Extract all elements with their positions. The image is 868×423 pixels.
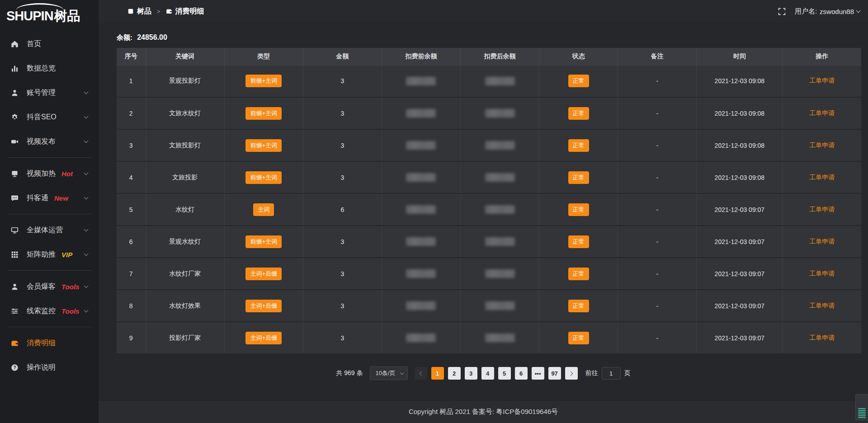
logo[interactable]: SHUPIN树品 <box>0 0 99 28</box>
sidebar-item-home[interactable]: 首页 <box>0 32 99 56</box>
cell-index: 1 <box>117 65 146 97</box>
sidebar-item-label: 数据总览 <box>27 64 56 73</box>
masked-value <box>406 77 436 85</box>
sidebar-item-data-overview[interactable]: 数据总览 <box>0 56 99 80</box>
member-icon <box>11 282 19 291</box>
logo-text: SHUPIN树品 <box>6 9 80 23</box>
cell-time: 2021-12-03 09:07 <box>697 258 783 290</box>
sidebar-item-lead-monitoring[interactable]: 线索监控 Tools <box>0 299 99 323</box>
sidebar-item-account-management[interactable]: 账号管理 <box>0 80 99 105</box>
page-button-6[interactable]: 6 <box>515 367 528 380</box>
cell-status: 正常 <box>539 161 618 193</box>
page-button-2[interactable]: 2 <box>448 367 461 380</box>
work-order-link[interactable]: 工单申请 <box>809 206 835 213</box>
masked-value <box>485 301 515 310</box>
more-pages-button[interactable]: ••• <box>532 367 544 380</box>
page-button-1[interactable]: 1 <box>431 367 444 380</box>
masked-value <box>406 109 436 118</box>
sidebar-item-omnimedia-operation[interactable]: 全媒体运营 <box>0 218 99 242</box>
cell-type: 主词+后缀 <box>224 258 303 290</box>
sidebar-item-matrix-boost[interactable]: 矩阵助推 VIP <box>0 242 99 267</box>
sidebar-item-douyin-seo[interactable]: 抖音SEO <box>0 105 99 129</box>
work-order-link[interactable]: 工单申请 <box>809 238 835 245</box>
sidebar-item-video-publish[interactable]: 视频发布 <box>0 129 99 154</box>
breadcrumb-home[interactable]: 树品 <box>127 7 151 16</box>
work-order-link[interactable]: 工单申请 <box>809 174 835 181</box>
cell-amount: 3 <box>303 65 382 97</box>
cell-keyword: 水纹灯效果 <box>146 290 224 322</box>
cell-balance-after <box>461 322 539 354</box>
page-button-97[interactable]: 97 <box>548 367 561 380</box>
cell-remark: - <box>618 322 697 354</box>
header-right: 用户名: zswodun88 <box>778 7 860 16</box>
corner-widget[interactable] <box>855 394 868 420</box>
masked-value <box>485 109 515 118</box>
work-order-link[interactable]: 工单申请 <box>809 334 835 341</box>
breadcrumb-separator: > <box>157 8 160 15</box>
goto-page-input[interactable] <box>602 367 621 380</box>
chevron-left-icon <box>419 371 424 376</box>
table-row: 1 景观投影灯 前缀+主词 3 正常 - 2021-12-03 09:08 工单… <box>117 65 861 97</box>
new-badge: New <box>54 194 68 202</box>
cell-time: 2021-12-03 09:07 <box>697 322 783 354</box>
chevron-down-icon <box>84 139 89 143</box>
cell-type: 前缀+主词 <box>224 65 303 97</box>
work-order-link[interactable]: 工单申请 <box>809 141 835 149</box>
status-badge: 正常 <box>568 332 589 344</box>
page-button-3[interactable]: 3 <box>465 367 477 380</box>
status-badge: 正常 <box>568 139 589 152</box>
cell-index: 8 <box>117 290 146 322</box>
cell-status: 正常 <box>539 129 618 161</box>
consumption-table: 序号 关键词 类型 金额 扣费前余额 扣费后余额 状态 备注 时间 操作 1 景… <box>117 48 861 354</box>
status-badge: 正常 <box>568 75 589 87</box>
work-order-link[interactable]: 工单申请 <box>809 270 835 277</box>
work-order-link[interactable]: 工单申请 <box>809 109 835 117</box>
next-page-button[interactable] <box>565 367 578 380</box>
masked-value <box>406 237 436 246</box>
prev-page-button[interactable] <box>415 367 427 380</box>
page-button-4[interactable]: 4 <box>481 367 494 380</box>
cell-type: 前缀+主词 <box>224 161 303 193</box>
cell-balance-before <box>382 226 460 258</box>
cell-action: 工单申请 <box>783 97 861 129</box>
type-badge: 前缀+主词 <box>245 235 282 248</box>
type-badge: 前缀+主词 <box>245 75 282 87</box>
vip-badge: VIP <box>61 251 72 258</box>
cell-balance-after <box>461 258 539 290</box>
work-order-link[interactable]: 工单申请 <box>809 302 835 309</box>
page-button-5[interactable]: 5 <box>498 367 511 380</box>
work-order-link[interactable]: 工单申请 <box>809 77 835 84</box>
user-menu[interactable]: 用户名: zswodun88 <box>795 7 860 16</box>
sidebar-item-instructions[interactable]: ? 操作说明 <box>0 355 99 380</box>
cell-remark: - <box>618 193 697 226</box>
cell-amount: 3 <box>303 322 382 354</box>
chevron-down-icon <box>84 195 89 200</box>
table-row: 9 投影灯厂家 主词+后缀 3 正常 - 2021-12-03 09:07 工单… <box>117 322 861 354</box>
page-size-select[interactable]: 10条/页 <box>370 367 408 380</box>
chevron-down-icon <box>400 371 403 374</box>
sidebar-item-member-baoke[interactable]: 会员爆客 Tools <box>0 274 99 299</box>
goto-page: 前往 页 <box>585 367 631 380</box>
cell-action: 工单申请 <box>783 322 861 354</box>
sidebar-item-douketong[interactable]: 抖客通 New <box>0 186 99 210</box>
col-amount: 金额 <box>303 48 382 65</box>
cell-action: 工单申请 <box>783 193 861 226</box>
sidebar-item-video-heating[interactable]: 视频加热 Hot <box>0 161 99 186</box>
cell-balance-before <box>382 65 460 97</box>
masked-value <box>485 205 515 214</box>
cell-status: 正常 <box>539 97 618 129</box>
status-badge: 正常 <box>568 203 589 216</box>
sidebar-item-consumption-details[interactable]: 消费明细 <box>0 331 99 355</box>
col-remark: 备注 <box>618 48 697 65</box>
sidebar-divider <box>7 327 91 327</box>
type-badge: 主词 <box>253 203 274 216</box>
balance-label: 余额: <box>117 33 132 41</box>
balance: 余额: 24856.00 <box>99 23 868 48</box>
cell-balance-before <box>382 97 460 129</box>
chevron-down-icon <box>84 252 89 256</box>
sidebar-item-label: 线索监控 <box>27 306 56 316</box>
chevron-down-icon <box>84 308 89 313</box>
type-badge: 前缀+主词 <box>245 107 282 120</box>
masked-value <box>406 173 436 182</box>
fullscreen-icon[interactable] <box>778 8 786 15</box>
